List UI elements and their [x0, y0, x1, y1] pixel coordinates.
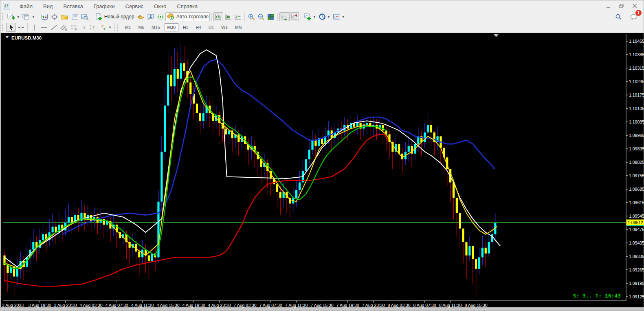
auto-scroll-button[interactable]	[279, 12, 289, 21]
chevron-down-icon[interactable]: ▼	[32, 15, 35, 19]
toolbar-grip[interactable]	[117, 24, 120, 31]
candle-body	[311, 140, 313, 150]
chevron-down-icon[interactable]: ▼	[327, 15, 330, 19]
toolbar-separator	[38, 13, 38, 21]
toolbar-grip[interactable]	[2, 13, 4, 20]
chevron-down-icon[interactable]: ▼	[342, 15, 345, 19]
time-axis-label: 4 Aug 11:30	[131, 303, 154, 308]
timeframe-m5[interactable]: M5	[136, 23, 147, 31]
notification-badge: 1	[635, 10, 642, 16]
line-chart-button[interactable]	[233, 12, 243, 21]
trendline-button[interactable]	[49, 23, 59, 32]
candle-body	[196, 104, 198, 113]
candle-body	[314, 140, 317, 146]
candle-body	[462, 229, 464, 242]
tile-windows-button[interactable]	[266, 12, 276, 21]
timeframe-h1[interactable]: H1	[180, 23, 191, 31]
notifications-icon[interactable]: 1	[629, 12, 639, 21]
candle-body	[459, 213, 461, 229]
menu-сервис[interactable]: Сервис	[120, 2, 149, 11]
mql5-community-button[interactable]	[146, 12, 156, 21]
search-icon[interactable]	[613, 12, 623, 21]
zoom-out-button[interactable]	[256, 12, 266, 21]
candle-body	[160, 152, 163, 202]
profiles-button[interactable]: ▼	[21, 12, 36, 21]
close-button[interactable]	[631, 3, 638, 9]
autotrading-button[interactable]: Авто-торговля	[165, 12, 210, 21]
timeframe-w1[interactable]: W1	[218, 23, 231, 31]
chevron-down-icon[interactable]: ▼	[313, 15, 316, 19]
text-button[interactable]: A	[79, 23, 89, 32]
vertical-line-button[interactable]	[29, 23, 39, 32]
candle-body	[366, 123, 368, 125]
menu-окно[interactable]: Окно	[149, 2, 171, 11]
time-axis-label: 4 Aug 23:30	[208, 303, 231, 308]
strategy-tester-icon	[81, 13, 89, 20]
timeframe-m15[interactable]: M15	[149, 23, 163, 31]
text-label-icon: T	[90, 24, 98, 31]
price-axis-label: 1.10245	[629, 79, 644, 84]
chevron-down-icon[interactable]: ▼	[17, 15, 20, 19]
chart-plot-background[interactable]	[1, 33, 644, 307]
price-axis-label: 1.09475	[629, 227, 644, 232]
arrows-button[interactable]: ▼	[99, 23, 113, 32]
menu-графики[interactable]: Графики	[88, 2, 120, 11]
new-order-button[interactable]: Новый ордер	[94, 12, 136, 21]
market-watch-icon	[41, 13, 48, 20]
fibonacci-button[interactable]: F	[69, 23, 79, 32]
zoom-in-button[interactable]	[246, 12, 256, 21]
candle-body	[472, 246, 474, 259]
price-axis-label: 1.10175	[629, 93, 644, 97]
chart-shift-button[interactable]	[289, 12, 299, 21]
chevron-down-icon[interactable]: ▼	[108, 26, 112, 29]
candles-chart-icon	[224, 13, 232, 20]
price-axis-label: 1.09755	[629, 173, 644, 178]
time-axis-label: 4 Aug 03:30	[80, 303, 103, 308]
strategy-tester-button[interactable]	[80, 12, 90, 21]
indicators-button[interactable]: ▼	[303, 12, 317, 21]
equidistant-channel-button[interactable]: E	[59, 23, 69, 32]
bars-chart-button[interactable]	[213, 12, 223, 21]
candle-body	[299, 183, 301, 190]
cursor-button[interactable]	[6, 23, 16, 32]
restore-button[interactable]	[618, 3, 625, 9]
minimize-button[interactable]	[605, 3, 612, 9]
terminal-button[interactable]	[70, 12, 80, 21]
candle-body	[456, 198, 458, 213]
new-chart-button[interactable]: ▼	[6, 12, 21, 21]
candles-chart-button[interactable]	[223, 12, 233, 21]
signals-button[interactable]	[156, 12, 165, 21]
timeframe-d1[interactable]: D1	[206, 23, 217, 31]
periods-button[interactable]: ▼	[317, 12, 332, 21]
crosshair-button[interactable]	[16, 23, 26, 32]
zoom-in-icon	[248, 13, 255, 20]
app-logo-icon	[3, 3, 10, 9]
chart-area[interactable]: 1.104551.103851.103151.102451.101751.101…	[0, 33, 644, 311]
menu-вид[interactable]: Вид	[38, 2, 58, 11]
metaeditor-button[interactable]	[136, 12, 146, 21]
price-axis-label: 1.09825	[629, 160, 644, 165]
time-axis-label: 8 Aug 03:30	[388, 303, 411, 308]
time-axis-label: 7 Aug 15:30	[311, 303, 334, 308]
menu-справка[interactable]: Справка	[171, 2, 203, 11]
toolbar-grip[interactable]	[2, 24, 4, 31]
time-axis-label: 8 Aug 11:30	[439, 303, 462, 308]
menu-вставка[interactable]: Вставка	[58, 2, 88, 11]
text-label-button[interactable]: T	[89, 23, 99, 32]
timeframe-mn[interactable]: MN	[232, 23, 244, 31]
templates-icon	[333, 13, 341, 20]
horizontal-line-button[interactable]	[39, 23, 49, 32]
candle-body	[189, 82, 191, 94]
new-order-label: Новый ордер	[104, 14, 134, 20]
timeframe-m1[interactable]: M1	[122, 23, 134, 31]
toolbar-separator	[211, 13, 212, 21]
time-axis-label: 8 Aug 07:30	[413, 303, 436, 308]
data-window-button[interactable]	[50, 12, 59, 21]
menu-файл[interactable]: Файл	[14, 2, 38, 11]
time-axis-label: 4 Aug 07:30	[106, 303, 128, 308]
timeframe-h4[interactable]: H4	[193, 23, 204, 31]
market-watch-button[interactable]	[40, 12, 50, 21]
timeframe-m30[interactable]: M30	[165, 23, 178, 31]
navigator-button[interactable]	[59, 12, 70, 21]
templates-button[interactable]: ▼	[332, 12, 346, 21]
